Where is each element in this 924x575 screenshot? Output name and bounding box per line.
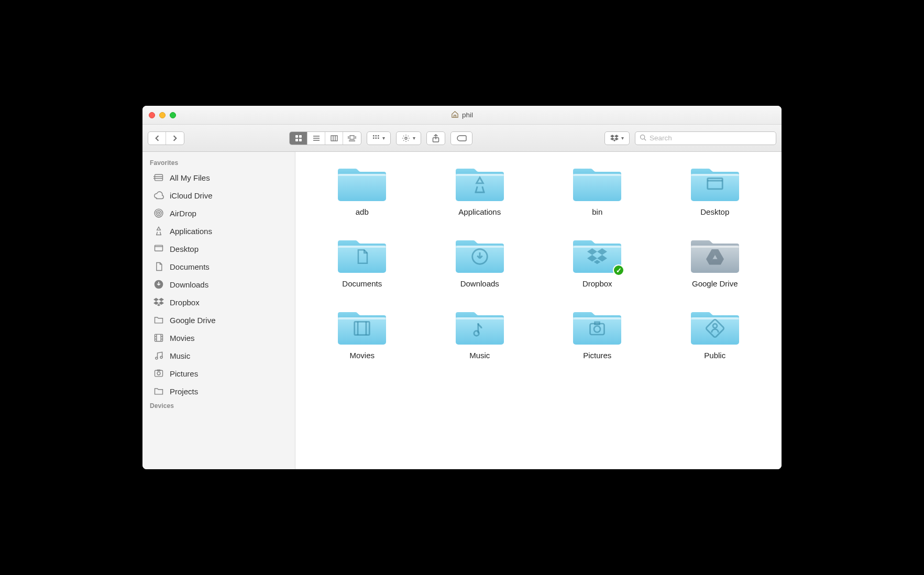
folder-icon	[455, 307, 505, 346]
list-view-button[interactable]	[307, 132, 325, 145]
svg-rect-17	[373, 137, 375, 139]
music-glyph-icon	[470, 318, 490, 338]
sidebar: FavoritesAll My FilesiCloud DriveAirDrop…	[142, 152, 295, 469]
svg-rect-46	[338, 174, 386, 176]
folder-icon	[455, 235, 505, 274]
sidebar-item-label: Music	[170, 351, 190, 360]
folder-icon	[690, 307, 740, 346]
chevron-down-icon: ▾	[382, 135, 385, 141]
back-button[interactable]	[148, 132, 166, 145]
folder-google-drive[interactable]: Google Drive	[659, 235, 772, 288]
folder-pictures[interactable]: Pictures	[541, 307, 654, 360]
dropbox-glyph-icon	[587, 248, 607, 265]
forward-button[interactable]	[166, 132, 184, 145]
svg-rect-66	[355, 322, 370, 335]
folder-applications[interactable]: Applications	[424, 163, 536, 216]
desktop-glyph-icon	[705, 175, 725, 195]
svg-line-23	[644, 138, 646, 140]
svg-rect-19	[378, 137, 379, 139]
sidebar-item-label: Documents	[170, 262, 210, 271]
folder-icon	[572, 307, 622, 346]
applications-icon	[153, 225, 164, 237]
folder-desktop[interactable]: Desktop	[659, 163, 772, 216]
folder-icon	[337, 163, 387, 202]
documents-glyph-icon	[353, 247, 371, 267]
folder-dropbox[interactable]: ✓Dropbox	[541, 235, 654, 288]
sidebar-heading: Favorites	[142, 157, 295, 169]
svg-rect-18	[376, 137, 377, 139]
sidebar-item-airdrop[interactable]: AirDrop	[142, 204, 295, 222]
folder-icon	[690, 163, 740, 202]
sidebar-item-applications[interactable]: Applications	[142, 222, 295, 240]
svg-rect-30	[155, 245, 163, 251]
tags-button[interactable]	[450, 131, 472, 145]
search-field[interactable]	[635, 131, 776, 145]
dropbox-menu-button[interactable]: ▾	[604, 131, 630, 145]
folder-icon	[572, 163, 622, 202]
all-my-files-icon	[153, 172, 164, 183]
folder-icon	[455, 163, 505, 202]
search-icon	[640, 134, 646, 143]
sidebar-item-label: Pictures	[170, 369, 198, 378]
svg-rect-53	[708, 178, 723, 189]
sidebar-item-movies[interactable]: Movies	[142, 329, 295, 347]
svg-rect-24	[155, 174, 163, 181]
svg-rect-0	[295, 135, 298, 138]
share-button[interactable]	[426, 131, 445, 145]
navigation-buttons	[148, 131, 184, 145]
folder-public[interactable]: Public	[659, 307, 772, 360]
folder-icon	[337, 307, 387, 346]
sidebar-item-desktop[interactable]: Desktop	[142, 240, 295, 258]
google-drive-glyph-icon	[705, 248, 725, 266]
documents-icon	[153, 261, 164, 272]
pictures-glyph-icon	[587, 319, 608, 338]
folder-bin[interactable]: bin	[541, 163, 654, 216]
downloads-glyph-icon	[470, 247, 490, 267]
close-button[interactable]	[149, 112, 155, 118]
column-view-button[interactable]	[325, 132, 343, 145]
action-menu-button[interactable]: ▾	[396, 131, 421, 145]
svg-point-20	[405, 137, 407, 139]
view-mode-group	[289, 131, 361, 145]
minimize-button[interactable]	[159, 112, 166, 118]
pictures-icon	[153, 368, 164, 379]
search-input[interactable]	[650, 134, 772, 142]
folder-label: Public	[704, 351, 725, 360]
svg-point-27	[158, 212, 160, 214]
sidebar-item-label: Dropbox	[170, 298, 200, 307]
folder-label: Music	[469, 351, 490, 360]
toolbar: ▾ ▾ ▾	[142, 125, 782, 152]
folder-label: Downloads	[460, 279, 499, 288]
arrange-button[interactable]: ▾	[367, 131, 391, 145]
sidebar-item-dropbox[interactable]: Dropbox	[142, 293, 295, 311]
svg-rect-3	[299, 139, 302, 141]
coverflow-view-button[interactable]	[343, 132, 361, 145]
sidebar-item-pictures[interactable]: Pictures	[142, 364, 295, 382]
airdrop-icon	[153, 207, 164, 219]
folder-downloads[interactable]: Downloads	[424, 235, 536, 288]
sidebar-item-documents[interactable]: Documents	[142, 258, 295, 275]
folder-adb[interactable]: adb	[306, 163, 419, 216]
applications-glyph-icon	[470, 175, 490, 195]
music-icon	[153, 350, 164, 361]
sidebar-item-label: Movies	[170, 334, 195, 342]
fullscreen-button[interactable]	[170, 112, 176, 118]
sidebar-item-google-drive[interactable]: Google Drive	[142, 311, 295, 329]
folder-documents[interactable]: Documents	[306, 235, 419, 288]
sidebar-item-all-my-files[interactable]: All My Files	[142, 169, 295, 186]
sidebar-item-projects[interactable]: Projects	[142, 382, 295, 400]
sidebar-item-music[interactable]: Music	[142, 347, 295, 364]
folder-label: Dropbox	[582, 279, 612, 288]
sidebar-item-icloud-drive[interactable]: iCloud Drive	[142, 186, 295, 204]
folder-movies[interactable]: Movies	[306, 307, 419, 360]
folder-label: Documents	[342, 279, 382, 288]
svg-rect-45	[338, 174, 386, 201]
sidebar-item-downloads[interactable]: Downloads	[142, 275, 295, 293]
icon-view-button[interactable]	[290, 132, 307, 145]
file-grid: adb Applications bin Desktop Documents D…	[295, 152, 782, 469]
svg-rect-15	[376, 135, 377, 137]
svg-point-41	[160, 356, 162, 358]
folder-music[interactable]: Music	[424, 307, 536, 360]
desktop-icon	[153, 243, 164, 255]
folder-label: bin	[592, 207, 602, 216]
